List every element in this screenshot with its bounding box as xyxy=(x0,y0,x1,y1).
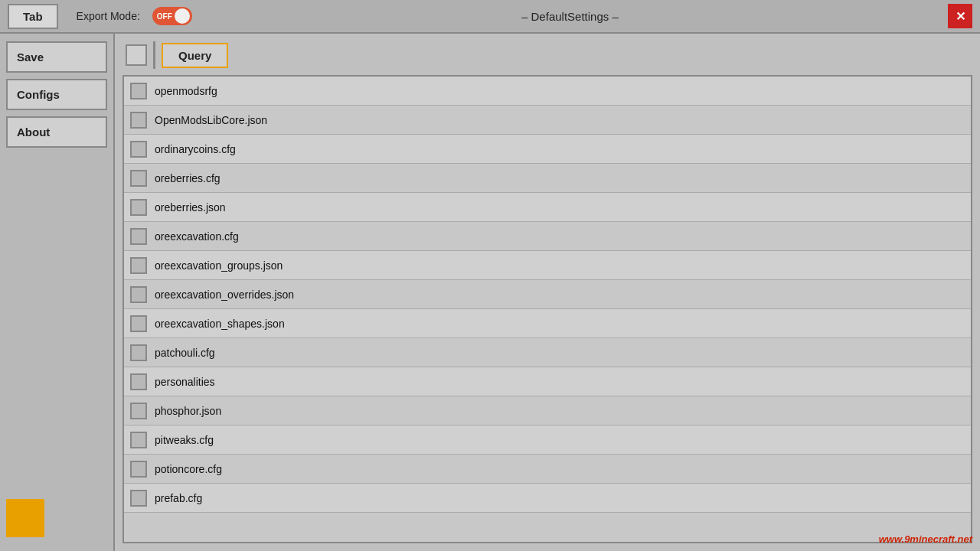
file-row[interactable]: potioncore.cfg xyxy=(124,455,971,484)
file-checkbox[interactable] xyxy=(130,344,147,361)
toggle-track[interactable]: OFF xyxy=(152,7,192,25)
file-checkbox[interactable] xyxy=(130,112,147,129)
configs-button[interactable]: Configs xyxy=(6,79,107,110)
file-name: oreberries.cfg xyxy=(155,172,220,184)
file-name: oreexcavation.cfg xyxy=(155,230,239,243)
query-checkbox[interactable] xyxy=(126,44,147,66)
file-row[interactable]: openmodsrfg xyxy=(124,77,971,106)
file-row[interactable]: oreberries.json xyxy=(124,193,971,222)
file-checkbox[interactable] xyxy=(130,199,147,216)
file-name: OpenModsLibCore.json xyxy=(155,114,267,126)
file-name: openmodsrfg xyxy=(155,85,217,97)
file-checkbox[interactable] xyxy=(130,257,147,274)
file-name: oreberries.json xyxy=(155,201,226,214)
file-name: prefab.cfg xyxy=(155,492,202,504)
file-name: oreexcavation_overrides.json xyxy=(155,289,294,301)
file-name: oreexcavation_groups.json xyxy=(155,259,283,272)
tab-button[interactable]: Tab xyxy=(8,4,58,29)
file-name: patchouli.cfg xyxy=(155,347,215,359)
file-checkbox[interactable] xyxy=(130,141,147,158)
file-row[interactable]: patchouli.cfg xyxy=(124,338,971,367)
export-mode-toggle[interactable]: OFF xyxy=(152,7,192,25)
file-checkbox[interactable] xyxy=(130,83,147,99)
file-row[interactable]: oreexcavation_overrides.json xyxy=(124,280,971,309)
content-area: Query openmodsrfgOpenModsLibCore.jsonord… xyxy=(115,34,980,551)
file-row[interactable]: oreberries.cfg xyxy=(124,164,971,193)
file-checkbox[interactable] xyxy=(130,315,147,332)
file-name: ordinarycoins.cfg xyxy=(155,143,236,155)
file-row[interactable]: pitweaks.cfg xyxy=(124,425,971,455)
default-settings-label: – DefaultSettings – xyxy=(204,10,936,23)
watermark: www.9minecraft.net xyxy=(879,533,972,545)
file-checkbox[interactable] xyxy=(130,170,147,187)
file-name: oreexcavation_shapes.json xyxy=(155,318,285,330)
file-name: phosphor.json xyxy=(155,405,221,417)
file-row[interactable]: oreexcavation_shapes.json xyxy=(124,309,971,338)
header-bar: Tab Export Mode: OFF – DefaultSettings –… xyxy=(0,0,980,34)
file-row[interactable]: oreexcavation_groups.json xyxy=(124,251,971,280)
close-button[interactable]: ✕ xyxy=(948,4,972,28)
file-row[interactable]: prefab.cfg xyxy=(124,484,971,513)
about-button[interactable]: About xyxy=(6,116,107,148)
save-button[interactable]: Save xyxy=(6,41,107,73)
file-name: potioncore.cfg xyxy=(155,463,222,475)
yellow-square-icon xyxy=(6,499,44,537)
toggle-off-label: OFF xyxy=(157,12,172,21)
file-name: pitweaks.cfg xyxy=(155,434,214,446)
query-button[interactable]: Query xyxy=(162,43,228,68)
file-checkbox[interactable] xyxy=(130,403,147,419)
file-name: personalities xyxy=(155,376,215,388)
file-checkbox[interactable] xyxy=(130,286,147,303)
file-row[interactable]: OpenModsLibCore.json xyxy=(124,106,971,135)
file-checkbox[interactable] xyxy=(130,228,147,245)
file-row[interactable]: ordinarycoins.cfg xyxy=(124,135,971,164)
file-checkbox[interactable] xyxy=(130,373,147,390)
file-checkbox[interactable] xyxy=(130,461,147,478)
file-row[interactable]: personalities xyxy=(124,367,971,396)
file-checkbox[interactable] xyxy=(130,490,147,507)
export-mode-label: Export Mode: xyxy=(77,10,140,22)
file-checkbox[interactable] xyxy=(130,432,147,448)
main-layout: Save Configs About Query openmodsrfgOpen… xyxy=(0,34,980,551)
sidebar: Save Configs About xyxy=(0,34,115,551)
file-list[interactable]: openmodsrfgOpenModsLibCore.jsonordinaryc… xyxy=(122,75,972,543)
divider xyxy=(153,41,155,69)
file-row[interactable]: oreexcavation.cfg xyxy=(124,222,971,251)
query-bar: Query xyxy=(122,41,972,69)
toggle-knob xyxy=(175,8,190,24)
file-row[interactable]: phosphor.json xyxy=(124,396,971,425)
